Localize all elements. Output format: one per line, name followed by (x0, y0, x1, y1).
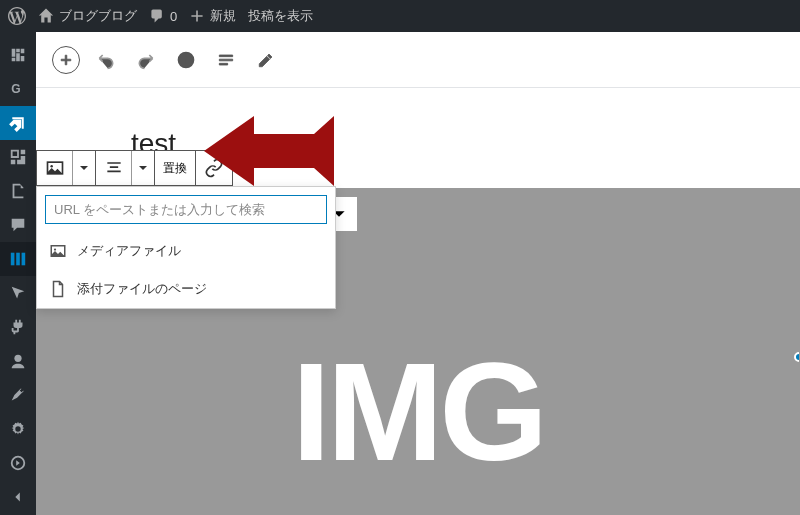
link-search-wrap (37, 187, 335, 232)
comments-count: 0 (170, 9, 177, 24)
admin-bar: ブログブログ 0 新規 投稿を表示 (0, 0, 800, 32)
new-link[interactable]: 新規 (189, 7, 236, 25)
site-name-label: ブログブログ (59, 7, 137, 25)
link-dropdown: メディアファイル 添付ファイルのページ (36, 186, 336, 309)
svg-rect-1 (11, 253, 15, 266)
editor-canvas: test IMG 置換 (36, 88, 800, 515)
comments-link[interactable]: 0 (149, 8, 177, 24)
block-type-dropdown[interactable] (73, 151, 95, 185)
svg-point-4 (14, 355, 21, 362)
sidebar-item-g[interactable]: G (0, 72, 36, 106)
svg-point-10 (54, 248, 56, 250)
outline-button[interactable] (208, 42, 244, 78)
editor-toolbar (36, 32, 800, 88)
sidebar-item-dashboard[interactable] (0, 38, 36, 72)
svg-rect-3 (22, 253, 26, 266)
link-option-label: メディアファイル (77, 242, 181, 260)
link-url-input[interactable] (45, 195, 327, 224)
align-dropdown[interactable] (132, 151, 154, 185)
link-button[interactable] (196, 151, 232, 185)
link-option-label: 添付ファイルのページ (77, 280, 207, 298)
info-button[interactable] (168, 42, 204, 78)
sidebar-item-users[interactable] (0, 344, 36, 378)
site-home[interactable]: ブログブログ (38, 7, 137, 25)
sidebar-item-settings[interactable] (0, 412, 36, 446)
align-button[interactable] (96, 151, 132, 185)
redo-button[interactable] (128, 42, 164, 78)
new-label: 新規 (210, 7, 236, 25)
svg-text:G: G (11, 82, 20, 96)
sidebar-item-plugins[interactable] (0, 310, 36, 344)
view-post-link[interactable]: 投稿を表示 (248, 7, 313, 25)
svg-rect-2 (16, 253, 20, 266)
sidebar-item-tools[interactable] (0, 378, 36, 412)
edit-mode-button[interactable] (248, 42, 284, 78)
sidebar-item-collapse[interactable] (0, 446, 36, 480)
view-post-label: 投稿を表示 (248, 7, 313, 25)
block-toolbar: 置換 (36, 150, 233, 186)
undo-button[interactable] (88, 42, 124, 78)
sidebar-item-posts[interactable] (0, 106, 36, 140)
wp-logo[interactable] (8, 7, 26, 25)
replace-button[interactable]: 置換 (155, 151, 195, 185)
link-option-media-file[interactable]: メディアファイル (37, 232, 335, 270)
editor-area: test IMG 置換 (36, 32, 800, 515)
add-block-button[interactable] (52, 46, 80, 74)
media-icon (49, 242, 67, 260)
sidebar-item-pages[interactable] (0, 174, 36, 208)
sidebar-item-separator (0, 480, 36, 514)
sidebar-item-comments[interactable] (0, 208, 36, 242)
block-type-image-button[interactable] (37, 151, 73, 185)
sidebar-item-appearance[interactable] (0, 276, 36, 310)
admin-sidebar: G (0, 32, 36, 515)
sidebar-item-media[interactable] (0, 140, 36, 174)
resize-handle-right[interactable] (794, 352, 800, 362)
page-icon (49, 280, 67, 298)
sidebar-item-widgets[interactable] (0, 242, 36, 276)
image-placeholder-text: IMG (292, 342, 544, 482)
svg-point-8 (50, 165, 53, 168)
link-option-attachment-page[interactable]: 添付ファイルのページ (37, 270, 335, 308)
